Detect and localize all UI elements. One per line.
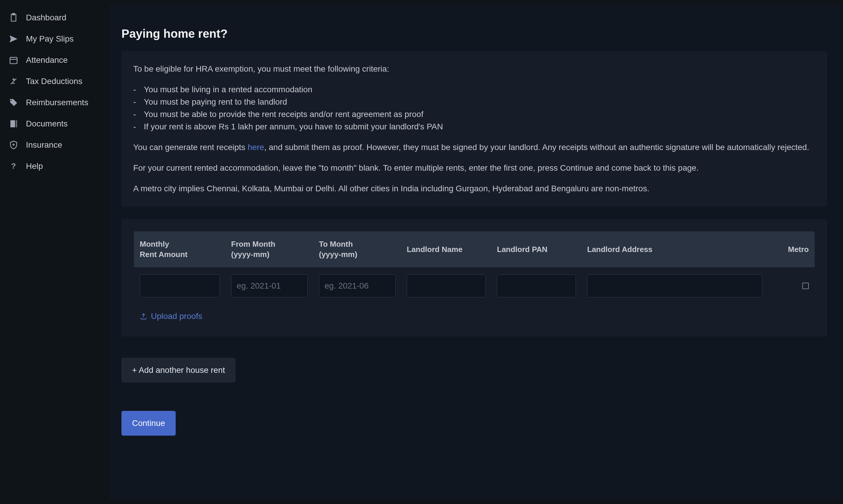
- continue-button[interactable]: Continue: [122, 411, 176, 436]
- sidebar-item-label: Reimbursements: [26, 98, 88, 107]
- metro-note: A metro city implies Chennai, Kolkata, M…: [133, 182, 815, 195]
- rent-input-row: [134, 267, 815, 298]
- svg-rect-1: [12, 13, 15, 15]
- landlord-name-input[interactable]: [407, 274, 486, 298]
- info-box: To be eligible for HRA exemption, you mu…: [122, 51, 827, 206]
- sidebar-item-label: Tax Deductions: [26, 77, 82, 86]
- adjust-icon: [8, 76, 19, 87]
- landlord-address-input[interactable]: [587, 274, 762, 298]
- criteria-list: -You must be living in a rented accommod…: [133, 84, 815, 133]
- criteria-item: -If your rent is above Rs 1 lakh per ann…: [133, 121, 815, 133]
- th-to-month: To Month (yyyy-mm): [319, 239, 407, 260]
- send-icon: [8, 34, 19, 44]
- svg-text:?: ?: [11, 162, 16, 170]
- sidebar-item-label: Documents: [26, 119, 68, 128]
- content-panel: Paying home rent? To be eligible for HRA…: [109, 3, 840, 501]
- current-accommodation-note: For your current rented accommodation, l…: [133, 162, 815, 174]
- th-metro: Metro: [773, 244, 809, 255]
- svg-rect-8: [10, 120, 15, 127]
- calendar-icon: [8, 55, 19, 66]
- rent-receipts-link[interactable]: here: [248, 143, 264, 152]
- sidebar-item-label: Attendance: [26, 55, 68, 65]
- sidebar-item-label: My Pay Slips: [26, 34, 74, 43]
- sidebar-item-insurance[interactable]: Insurance: [0, 134, 106, 156]
- rent-form-section: Monthly Rent Amount From Month (yyyy-mm)…: [122, 219, 827, 337]
- shield-icon: [8, 140, 19, 150]
- th-landlord-address: Landlord Address: [587, 244, 773, 255]
- sidebar: Dashboard My Pay Slips Attendance Tax De…: [0, 0, 106, 504]
- sidebar-item-tax[interactable]: Tax Deductions: [0, 71, 106, 92]
- th-landlord-name: Landlord Name: [407, 244, 497, 255]
- landlord-pan-input[interactable]: [497, 274, 576, 298]
- info-intro: To be eligible for HRA exemption, you mu…: [133, 63, 815, 75]
- sidebar-item-label: Insurance: [26, 140, 62, 150]
- table-header-row: Monthly Rent Amount From Month (yyyy-mm)…: [134, 231, 815, 267]
- monthly-rent-input[interactable]: [140, 274, 220, 298]
- receipts-paragraph: You can generate rent receipts here, and…: [133, 141, 815, 154]
- help-icon: ?: [8, 161, 19, 172]
- svg-rect-2: [10, 57, 17, 64]
- metro-checkbox[interactable]: [802, 283, 809, 289]
- tag-icon: [8, 97, 19, 108]
- criteria-item: -You must be living in a rented accommod…: [133, 84, 815, 96]
- criteria-item: -You must be able to provide the rent re…: [133, 108, 815, 121]
- th-amount: Monthly Rent Amount: [140, 239, 231, 260]
- upload-proofs-link[interactable]: Upload proofs: [140, 311, 202, 321]
- criteria-item: -You must be paying rent to the landlord: [133, 96, 815, 108]
- sidebar-item-label: Help: [26, 162, 43, 171]
- to-month-input[interactable]: [319, 274, 396, 298]
- sidebar-item-payslips[interactable]: My Pay Slips: [0, 28, 106, 50]
- sidebar-item-dashboard[interactable]: Dashboard: [0, 7, 106, 28]
- sidebar-item-reimbursements[interactable]: Reimbursements: [0, 92, 106, 113]
- sidebar-item-documents[interactable]: Documents: [0, 113, 106, 134]
- sidebar-item-label: Dashboard: [26, 13, 66, 22]
- th-from-month: From Month (yyyy-mm): [231, 239, 319, 260]
- add-house-rent-button[interactable]: + Add another house rent: [122, 358, 235, 382]
- svg-rect-9: [16, 120, 17, 127]
- sidebar-item-attendance[interactable]: Attendance: [0, 50, 106, 71]
- upload-icon: [140, 312, 147, 320]
- main-content: Paying home rent? To be eligible for HRA…: [106, 0, 843, 504]
- page-title: Paying home rent?: [122, 27, 827, 40]
- from-month-input[interactable]: [231, 274, 308, 298]
- clipboard-icon: [8, 12, 19, 23]
- document-icon: [8, 119, 19, 129]
- th-landlord-pan: Landlord PAN: [497, 244, 587, 255]
- sidebar-item-help[interactable]: ? Help: [0, 156, 106, 177]
